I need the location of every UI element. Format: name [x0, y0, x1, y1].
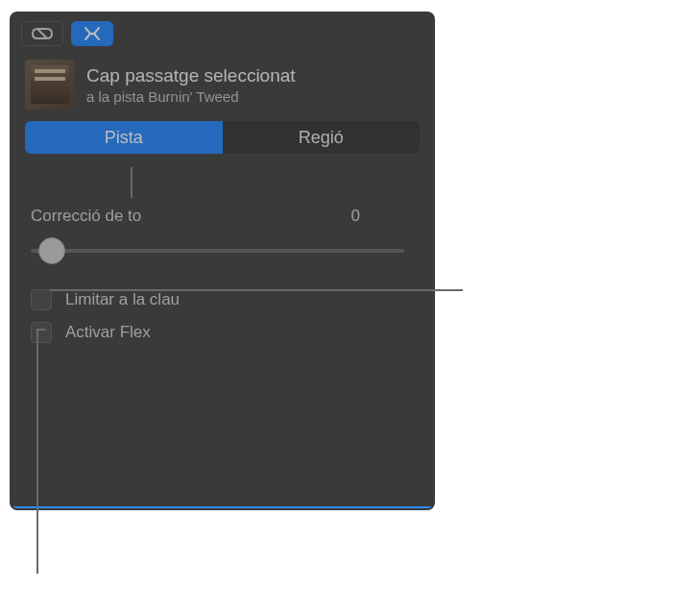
track-thumbnail	[25, 60, 75, 110]
slider-track	[31, 249, 404, 253]
toolbar	[12, 13, 433, 52]
loop-icon	[30, 26, 55, 41]
track-region-tabs: Pista Regió	[25, 121, 420, 154]
pitch-correction-label: Correcció de to	[31, 207, 141, 226]
enable-flex-label: Activar Flex	[65, 323, 151, 342]
enable-flex-checkbox[interactable]	[31, 322, 52, 343]
pitch-correction-value: 0	[351, 207, 414, 226]
limit-to-key-row: Limitar a la clau	[31, 289, 414, 310]
header-text: Cap passatge seleccionat a la pista Burn…	[86, 65, 296, 105]
panel-bottom-accent	[12, 506, 433, 508]
limit-to-key-checkbox[interactable]	[31, 289, 52, 310]
pitch-correction-row: Correcció de to 0	[31, 207, 414, 226]
snap-toggle-button[interactable]	[71, 21, 113, 46]
panel-body: Correcció de to 0 Limitar a la clau Acti…	[12, 163, 433, 374]
editor-panel: Cap passatge seleccionat a la pista Burn…	[10, 12, 435, 510]
loop-toggle-button[interactable]	[21, 21, 63, 46]
slider-thumb[interactable]	[38, 237, 65, 264]
callout-line	[36, 329, 38, 574]
callout-line	[131, 167, 133, 198]
header-subtitle: a la pista Burnin' Tweed	[86, 88, 296, 105]
pitch-correction-slider[interactable]	[31, 234, 414, 268]
header-title: Cap passatge seleccionat	[86, 65, 296, 86]
limit-to-key-label: Limitar a la clau	[65, 290, 180, 309]
callout-line	[36, 329, 46, 331]
header-section: Cap passatge seleccionat a la pista Burn…	[12, 52, 433, 121]
tab-track[interactable]: Pista	[25, 121, 223, 154]
snap-icon	[80, 26, 105, 41]
callout-line	[50, 289, 463, 291]
svg-point-0	[91, 33, 94, 36]
tab-region[interactable]: Regió	[223, 121, 421, 154]
enable-flex-row: Activar Flex	[31, 322, 414, 343]
